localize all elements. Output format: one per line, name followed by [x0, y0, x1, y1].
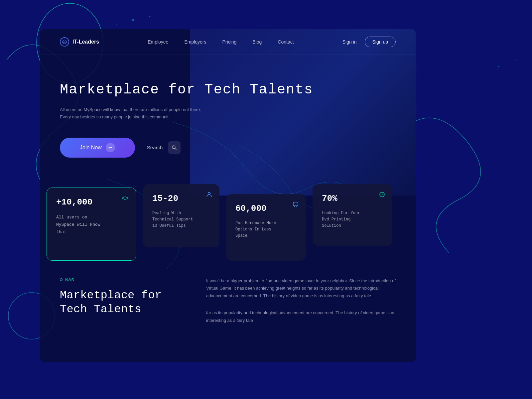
bottom-text-2: far as its popularity and technological … [206, 309, 396, 325]
bottom-title: Marketplace for Tech Talents [60, 288, 186, 317]
card-stats-4: 70% Looking For YourDvd PrintingSolution [313, 184, 392, 246]
nav-contact[interactable]: Contact [278, 39, 294, 45]
nav-employers[interactable]: Employers [184, 39, 206, 45]
search-area: Search [147, 141, 181, 154]
logo-text: IT-Leaders [72, 39, 99, 45]
chat-icon [293, 201, 299, 209]
card-4-subtitle: Looking For YourDvd PrintingSolution [322, 210, 383, 229]
join-button-label: Join Now [80, 145, 102, 151]
code-icon: <> [121, 195, 129, 202]
card-stats-2: 15-20 Dealing WithTechnical Support10 Us… [143, 184, 219, 247]
nav-blog[interactable]: Blog [252, 39, 262, 45]
join-now-button[interactable]: Join Now → [60, 138, 135, 158]
bottom-left: NAS Marketplace for Tech Talents [60, 277, 186, 317]
svg-point-3 [149, 16, 150, 17]
hero-actions: Join Now → Search [60, 138, 396, 158]
nav-actions: Sign in Sign up [342, 37, 396, 47]
svg-point-6 [515, 60, 516, 61]
hero-title: Marketplace for Tech Talents [60, 81, 396, 98]
bottom-tag: NAS [60, 277, 186, 282]
signup-button[interactable]: Sign up [365, 37, 396, 47]
hero-subtitle: All users on MySpace will know that ther… [60, 106, 206, 121]
svg-point-4 [116, 25, 117, 26]
logo: m IT-Leaders [60, 37, 99, 47]
search-label: Search [147, 145, 163, 150]
person-icon [206, 192, 212, 199]
tag-label: NAS [65, 277, 74, 282]
join-arrow-icon: → [106, 143, 115, 152]
clock-icon [379, 192, 385, 199]
main-window: m IT-Leaders Employee Employers Pricing … [40, 29, 416, 362]
svg-rect-12 [293, 202, 298, 206]
logo-icon: m [60, 37, 69, 47]
nav-pricing[interactable]: Pricing [222, 39, 237, 45]
card-2-stat: 15-20 [152, 194, 210, 203]
cards-section: +10,000 <> All users onMySpace will know… [40, 178, 416, 261]
card-3-subtitle: Pos Hardware MoreOptions In LessSpace [235, 220, 297, 239]
svg-text:m: m [63, 41, 66, 44]
card-3-stat: 60,000 [235, 203, 297, 213]
bottom-section: NAS Marketplace for Tech Talents It won'… [40, 261, 416, 350]
hero-section: Marketplace for Tech Talents All users o… [40, 55, 416, 178]
svg-point-11 [208, 192, 210, 195]
card-2-subtitle: Dealing WithTechnical Support10 Useful T… [152, 210, 210, 229]
card-stats-1: +10,000 <> All users onMySpace will know… [47, 188, 136, 261]
svg-point-5 [498, 66, 499, 67]
card-1-text: All users onMySpace will knowthat [56, 214, 127, 236]
card-stats-3: 60,000 Pos Hardware MoreOptions In LessS… [226, 194, 306, 261]
svg-line-10 [175, 148, 176, 150]
bottom-right: It won't be a bigger problem to find one… [206, 277, 396, 334]
svg-point-2 [132, 19, 134, 21]
tag-dot-icon [60, 278, 63, 281]
signin-button[interactable]: Sign in [342, 39, 357, 45]
nav-links: Employee Employers Pricing Blog Contact [148, 39, 294, 45]
bottom-text-1: It won't be a bigger problem to find one… [206, 277, 396, 300]
search-button[interactable] [168, 141, 181, 154]
nav-employee[interactable]: Employee [148, 39, 168, 45]
navbar: m IT-Leaders Employee Employers Pricing … [40, 29, 416, 55]
card-1-stat: +10,000 [56, 197, 127, 207]
card-4-stat: 70% [322, 194, 383, 203]
